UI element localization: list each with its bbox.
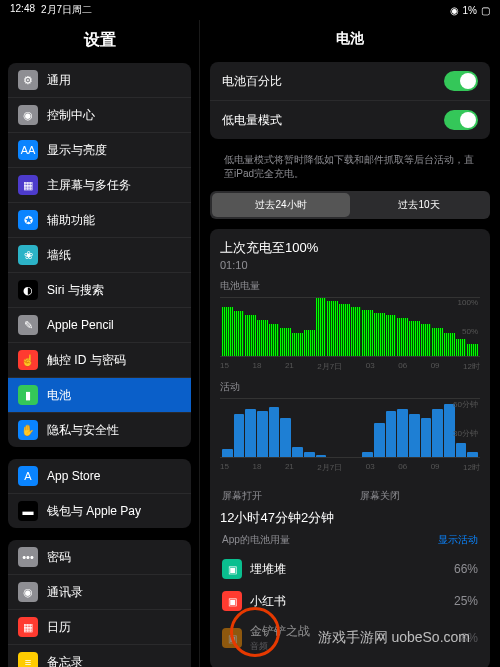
level-bar [327,301,338,356]
app-usage-row[interactable]: ▣埋堆堆66% [220,553,480,585]
activity-bar [409,414,420,458]
activity-bar [467,452,478,457]
sidebar-item-备忘录[interactable]: ≡备忘录 [8,645,191,667]
sidebar-item-密码[interactable]: •••密码 [8,540,191,575]
sidebar-label: 日历 [47,619,71,636]
sidebar-item-控制中心[interactable]: ◉控制中心 [8,98,191,133]
sidebar-icon: ◐ [18,280,38,300]
level-bar [280,328,291,356]
level-bar [304,330,315,356]
sidebar-label: Apple Pencil [47,318,114,332]
sidebar-icon: ••• [18,547,38,567]
activity-bar [222,449,233,457]
activity-bar [456,443,467,458]
app-icon: ▣ [222,559,242,579]
sidebar-item-钱包与 Apple Pay[interactable]: ▬钱包与 Apple Pay [8,494,191,528]
low-power-note: 低电量模式将暂时降低如下载和邮件抓取等后台活动，直至iPad完全充电。 [210,149,490,191]
battery-level-label: 电池电量 [220,279,480,293]
sidebar-label: 备忘录 [47,654,83,668]
chart-x-labels-2: 1518212月7日03060912时 [220,462,480,473]
activity-bar [292,447,303,457]
level-bar [421,324,432,356]
screen-off-label: 屏幕关闭 [360,489,478,503]
sidebar-item-通用[interactable]: ⚙通用 [8,63,191,98]
tab-24h[interactable]: 过去24小时 [212,193,350,217]
sidebar-icon: ◉ [18,582,38,602]
level-bar [444,333,455,356]
show-activity-link[interactable]: 显示活动 [438,533,478,547]
sidebar-item-电池[interactable]: ▮电池 [8,378,191,413]
level-bar [456,339,467,356]
sidebar-item-Siri 与搜索[interactable]: ◐Siri 与搜索 [8,273,191,308]
battery-percentage-row: 电池百分比 [210,62,490,101]
sidebar-label: App Store [47,469,100,483]
sidebar-label: 控制中心 [47,107,95,124]
sidebar-label: 密码 [47,549,71,566]
sidebar-title: 设置 [0,20,199,63]
level-bar [362,310,373,356]
battery-content[interactable]: 电池 电池百分比 低电量模式 低电量模式将暂时降低如下载和邮件抓取等后台活动，直… [200,20,500,667]
chart-x-labels: 1518212月7日03060912时 [220,361,480,372]
sidebar-item-显示与亮度[interactable]: AA显示与亮度 [8,133,191,168]
sidebar-icon: ❀ [18,245,38,265]
activity-bar [316,455,327,457]
battery-level-chart: 100% 50% [220,297,480,357]
activity-bar [269,407,280,457]
screen-time-value: 12小时47分钟2分钟 [220,509,480,527]
sidebar-icon: ⚙ [18,70,38,90]
sidebar-label: 钱包与 Apple Pay [47,503,141,520]
sidebar-label: 墙纸 [47,247,71,264]
app-percentage: 66% [454,562,478,576]
low-power-toggle[interactable] [444,110,478,130]
app-icon: ▣ [222,591,242,611]
sidebar-icon: ☝ [18,350,38,370]
battery-status: 1% [463,5,477,16]
activity-label: 活动 [220,380,480,394]
settings-sidebar[interactable]: 设置 ⚙通用◉控制中心AA显示与亮度▦主屏幕与多任务✪辅助功能❀墙纸◐Siri … [0,20,200,667]
sidebar-item-触控 ID 与密码[interactable]: ☝触控 ID 与密码 [8,343,191,378]
sidebar-icon: ✪ [18,210,38,230]
sidebar-icon: ▦ [18,617,38,637]
level-bar [432,328,443,356]
activity-bar [421,418,432,457]
activity-bar [257,411,268,457]
level-bar [374,313,385,357]
level-bar [397,318,408,356]
sidebar-item-App Store[interactable]: AApp Store [8,459,191,494]
signal-icon: ◉ [450,5,459,16]
low-power-row: 低电量模式 [210,101,490,139]
page-title: 电池 [210,20,490,62]
sidebar-icon: ◉ [18,105,38,125]
last-charge-time: 01:10 [220,259,480,271]
level-bar [234,311,245,356]
sidebar-item-墙纸[interactable]: ❀墙纸 [8,238,191,273]
sidebar-item-隐私与安全性[interactable]: ✋隐私与安全性 [8,413,191,447]
activity-bar [304,452,315,457]
app-subtitle: 音频 [250,640,453,653]
app-percentage: 8% [461,631,478,645]
sidebar-label: 隐私与安全性 [47,422,119,439]
level-bar [245,315,256,356]
last-charge-title: 上次充电至100% [220,239,480,257]
level-bar [257,320,268,356]
sidebar-item-Apple Pencil[interactable]: ✎Apple Pencil [8,308,191,343]
sidebar-label: 触控 ID 与密码 [47,352,126,369]
sidebar-label: 显示与亮度 [47,142,107,159]
battery-icon: ▢ [481,5,490,16]
sidebar-icon: AA [18,140,38,160]
sidebar-item-通讯录[interactable]: ◉通讯录 [8,575,191,610]
app-usage-label: App的电池用量 [222,533,290,547]
sidebar-item-主屏幕与多任务[interactable]: ▦主屏幕与多任务 [8,168,191,203]
level-bar [386,315,397,356]
time-range-tabs: 过去24小时 过去10天 [210,191,490,219]
level-bar [351,307,362,356]
sidebar-item-日历[interactable]: ▦日历 [8,610,191,645]
sidebar-icon: ✎ [18,315,38,335]
battery-pct-toggle[interactable] [444,71,478,91]
sidebar-label: 辅助功能 [47,212,95,229]
tab-10d[interactable]: 过去10天 [350,193,488,217]
level-bar [467,344,478,356]
app-name: 小红书 [250,593,446,610]
sidebar-item-辅助功能[interactable]: ✪辅助功能 [8,203,191,238]
watermark-icon [230,607,280,657]
